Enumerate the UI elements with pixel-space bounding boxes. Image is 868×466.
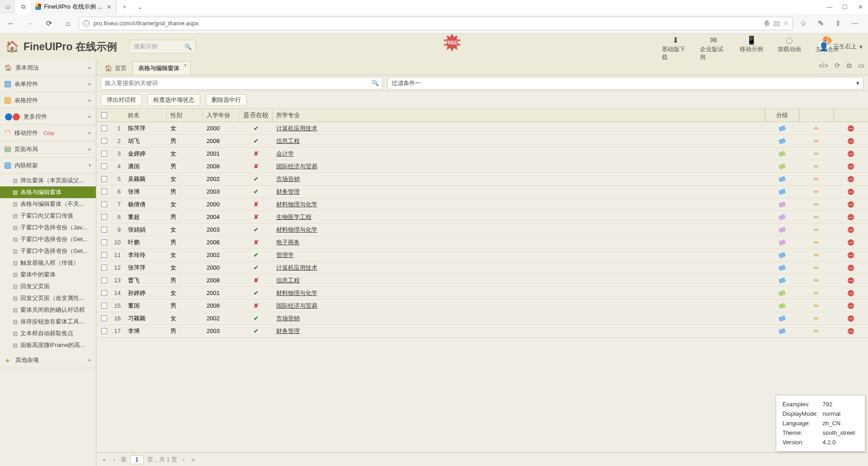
search-icon[interactable]: 🔍 [372,80,379,86]
accordion-内联框架[interactable]: 内联框架▾ [0,157,96,174]
browser-tab[interactable]: FineUIPro 在线示例 - 基 ✕ [31,0,117,14]
delete-icon[interactable]: — [848,163,854,170]
table-row[interactable]: 3金婷婷女2001✘会计学✏— [96,147,868,160]
edit-icon[interactable]: ✏ [814,188,819,195]
favorites-hub-icon[interactable]: ☆ [796,16,811,31]
close-icon[interactable]: × [184,63,187,68]
tab-dropdown-icon[interactable]: ⌄ [132,0,147,14]
table-row[interactable]: 14孙婷婷女2001✔材料物理与化学✏— [96,287,868,300]
row-checkbox[interactable] [101,290,107,296]
tree-item[interactable]: ▤子窗口中选择省份（Get... [0,233,96,245]
major-link[interactable]: 电子商务 [276,238,300,247]
delete-icon[interactable]: — [848,176,854,182]
row-checkbox[interactable] [101,163,107,169]
delete-icon[interactable]: — [848,303,854,309]
tree-item[interactable]: ▤回发父页面 [0,281,96,292]
table-row[interactable]: 2胡飞男2008✔信息工程✏— [96,135,868,147]
tab-grid-edit[interactable]: 表格与编辑窗体 × [132,61,191,75]
delete-icon[interactable]: — [848,252,854,258]
delete-icon[interactable]: — [848,189,854,195]
table-row[interactable]: 15董国男2008✘国际经济与贸易✏— [96,300,868,312]
delete-icon[interactable]: — [848,227,854,233]
major-link[interactable]: 会计学 [276,150,294,158]
edit-icon[interactable]: ✏ [814,239,819,246]
tag-icon[interactable] [778,239,786,245]
accordion-other[interactable]: ✦其他杂项▸ [0,352,96,368]
major-link[interactable]: 材料物理与化学 [276,226,317,234]
delete-icon[interactable]: — [848,214,854,220]
tag-icon[interactable] [778,226,786,233]
accordion-表单控件[interactable]: 表单控件▸ [0,76,96,92]
col-name[interactable]: 姓名 [124,109,167,122]
os-tabs-icon[interactable]: ▭ [0,0,15,14]
tag-icon[interactable] [778,302,786,309]
row-checkbox[interactable] [101,201,107,207]
row-checkbox[interactable] [101,315,107,321]
header-link[interactable]: 🎨主题仓库 [814,35,841,62]
major-link[interactable]: 生物医学工程 [276,213,311,221]
os-sidebar-icon[interactable]: ⧉ [15,0,31,14]
nav-home-button[interactable]: ⌂ [60,16,76,31]
col-year[interactable]: 入学年份 [203,109,239,122]
tag-icon[interactable] [778,150,786,157]
app-home-icon[interactable]: 🏠 [5,40,19,53]
edit-icon[interactable]: ✏ [814,150,819,157]
delete-icon[interactable]: — [848,138,854,144]
table-row[interactable]: 10叶鹏男2006✘电子商务✏— [96,236,868,249]
delete-icon[interactable]: — [848,125,854,132]
table-row[interactable]: 9张娟娟女2003✔材料物理与化学✏— [96,223,868,236]
delete-icon[interactable]: — [848,265,854,271]
header-link[interactable]: ✉企业版试用 [700,35,727,62]
edit-icon[interactable]: ✏ [814,163,819,170]
major-link[interactable]: 材料物理与化学 [276,289,317,297]
tree-item[interactable]: ▤表格与编辑窗体 [0,186,96,198]
nav-refresh-button[interactable]: ⟳ [41,16,57,31]
edit-icon[interactable]: ✏ [814,226,819,233]
tree-item[interactable]: ▤面板高度随IFrame的高... [0,339,96,351]
row-checkbox[interactable] [101,151,107,157]
delete-icon[interactable]: — [848,315,854,322]
header-link[interactable]: ◌加载动画 [776,35,803,62]
table-row[interactable]: 7杨倩倩女2000✘材料物理与化学✏— [96,198,868,211]
accordion-表格控件[interactable]: 表格控件▸ [0,92,96,109]
header-link[interactable]: ⬇基础版下载 [662,35,689,62]
tag-icon[interactable] [778,176,786,182]
pager-page-input[interactable] [130,455,144,464]
translate-icon[interactable]: ⾹ [764,19,770,28]
table-row[interactable]: 12张萍萍女2000✔计算机应用技术✏— [96,262,868,274]
select-all-checkbox[interactable] [101,112,107,118]
edit-icon[interactable]: ✏ [814,315,819,322]
source-icon[interactable]: </> [818,62,828,70]
row-checkbox[interactable] [101,227,107,233]
more-icon[interactable]: ⋯ [847,16,863,31]
major-link[interactable]: 计算机应用技术 [276,264,317,272]
notes-icon[interactable]: ✎ [813,16,828,31]
major-link[interactable]: 信息工程 [276,137,300,145]
row-checkbox[interactable] [101,265,107,271]
share-icon[interactable]: ⇪ [830,16,845,31]
pager-last[interactable]: » [190,456,197,463]
nav-forward-button[interactable]: → [22,16,38,31]
table-row[interactable]: 4潘国男2008✘国际经济与贸易✏— [96,160,868,173]
major-link[interactable]: 市场营销 [276,314,300,323]
major-link[interactable]: 信息工程 [276,276,300,285]
tag-icon[interactable] [778,252,786,258]
col-gender[interactable]: 性别 [167,109,203,122]
favorite-icon[interactable]: ☆ [783,20,789,27]
edit-icon[interactable]: ✏ [814,176,819,183]
table-row[interactable]: 8董超男2004✘生物医学工程✏— [96,211,868,223]
tree-item[interactable]: ▤保存按钮放在窗体工具... [0,316,96,328]
new-tab-button[interactable]: ＋ [117,0,132,14]
edit-icon[interactable]: ✏ [814,290,819,297]
tag-icon[interactable] [778,264,786,271]
window-minimize-button[interactable]: — [822,0,837,14]
pager-next[interactable]: › [181,456,186,463]
table-row[interactable]: 6张博男2003✔财务管理✏— [96,185,868,198]
tag-icon[interactable] [778,328,786,334]
tree-item[interactable]: ▤回发父页面（改变属性... [0,292,96,304]
edit-icon[interactable]: ✏ [814,264,819,271]
row-checkbox[interactable] [101,125,107,131]
major-link[interactable]: 材料物理与化学 [276,200,317,209]
url-bar[interactable]: ⓘ pro.fineui.com/#/iframe/grid_iframe.as… [79,17,793,30]
major-link[interactable]: 财务管理 [276,188,300,196]
